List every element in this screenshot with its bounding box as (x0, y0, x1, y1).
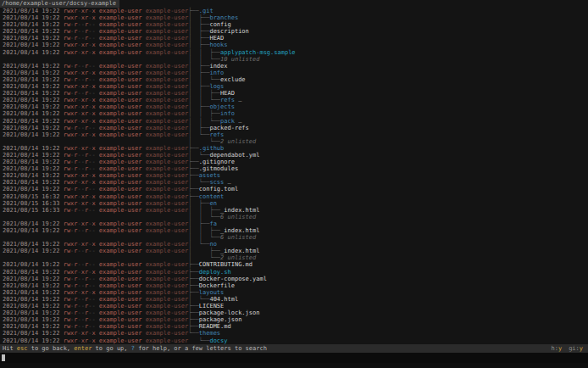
tree-row[interactable]: 2021/08/14 19:22 rwxr-xr-x example-user … (0, 110, 588, 117)
tree-row[interactable]: 2021/08/14 19:22 rwxr-xr-x example-user … (0, 83, 588, 90)
entry-meta: 2021/08/14 19:22 rw-r--r-- example-user … (3, 21, 188, 28)
entry-meta: 2021/08/14 19:22 rwxr-xr-x example-user … (3, 118, 188, 125)
tree-row[interactable]: 2021/08/14 19:22 rwxr-xr-x example-user … (0, 42, 588, 48)
tree-row[interactable]: │ │ └──6 unlisted (0, 234, 588, 241)
tree-row[interactable]: 2021/08/14 19:22 rwxr-xr-x example-user … (0, 103, 588, 110)
tree-row[interactable]: 2021/08/14 19:22 rw-r--r-- example-user … (0, 165, 588, 172)
tree-row[interactable]: 2021/08/14 19:22 rw-r--r-- example-user … (0, 309, 588, 316)
tree-row[interactable]: 2021/08/14 19:22 rw-r--r-- example-user … (0, 35, 588, 42)
entry-name: 2 unlisted (220, 138, 256, 145)
tree-row[interactable]: 2021/08/14 19:22 rw-r--r-- example-user … (0, 316, 588, 323)
tree-row[interactable]: 2021/08/14 19:22 rw-r--r-- example-user … (0, 159, 588, 165)
entry-group: example-user (141, 97, 188, 103)
entry-owner: example-user (96, 296, 142, 303)
search-input[interactable] (0, 353, 588, 363)
tree-row[interactable]: │ │ └──10 unlisted (0, 56, 588, 63)
tree-row[interactable]: 2021/08/14 19:22 rwxr-xr-x example-user … (0, 49, 588, 56)
entry-perms: rwxr-xr-x (64, 42, 96, 48)
tree-row[interactable]: 2021/08/14 19:22 rw-r--r-- example-user … (0, 152, 588, 159)
tree-row[interactable]: 2021/08/14 19:22 rw-r--r-- example-user … (0, 248, 588, 254)
entry-meta: 2021/08/14 19:22 rw-r--r-- example-user … (3, 159, 188, 165)
tree-branch-lines: ├── (188, 186, 199, 192)
tree-row[interactable]: 2021/08/14 19:22 rwxr-xr-x example-user … (0, 118, 588, 125)
entry-owner: example-user (96, 186, 142, 192)
tree-row[interactable]: 2021/08/14 19:22 rw-r--r-- example-user … (0, 261, 588, 268)
tree-branch-lines: ├── (188, 282, 199, 289)
mode-flag[interactable]: gi:y (569, 345, 583, 352)
entry-meta: 2021/08/15 16:33 rw-r--r-- example-user … (3, 207, 188, 214)
tree-row[interactable]: 2021/08/14 19:22 rw-r--r-- example-user … (0, 63, 588, 70)
entry-meta: 2021/08/14 19:22 rwxr-xr-x example-user … (3, 220, 188, 227)
tree-row[interactable]: 2021/08/14 19:22 rw-r--r-- example-user … (0, 276, 588, 282)
tree-row[interactable]: 2021/08/14 19:22 rw-r--r-- example-user … (0, 76, 588, 83)
tree-row[interactable]: 2021/08/14 19:22 rw-r--r-- example-user … (0, 21, 588, 28)
tree-row[interactable]: 2021/08/15 16:33 rwxr-xr-x example-user … (0, 200, 588, 207)
tree-branch-lines: │ ├── (188, 42, 209, 48)
mode-flag[interactable]: h:y (551, 345, 562, 352)
tree-row[interactable]: 2021/08/14 19:22 rwxr-xr-x example-user … (0, 269, 588, 276)
tree-branch-lines: │ │ ├── (188, 90, 220, 97)
tree-row[interactable]: 2021/08/14 19:22 rwxr-xr-x example-user … (0, 220, 588, 227)
tree-branch-lines: ├── (188, 159, 199, 165)
current-path[interactable]: /home/example-user/docsy-example (0, 0, 119, 8)
entry-owner: example-user (96, 152, 142, 159)
tree-branch-lines: ├── (188, 193, 199, 200)
tree-row[interactable]: 2021/08/14 19:22 rwxr-xr-x example-user … (0, 330, 588, 337)
tree-row[interactable]: 2021/08/14 19:22 rwxr-xr-x example-user … (0, 172, 588, 179)
entry-date: 2021/08/14 19:22 (3, 125, 64, 131)
entry-meta: 2021/08/14 19:22 rw-r--r-- example-user … (3, 152, 188, 159)
entry-group: example-user (141, 193, 188, 200)
entry-name: refs (209, 131, 224, 138)
tree-row[interactable]: 2021/08/14 19:22 rw-r--r-- example-user … (0, 296, 588, 303)
entry-group: example-user (141, 241, 188, 248)
entry-perms: rw-r--r-- (64, 227, 96, 234)
entry-perms: rw-r--r-- (64, 63, 96, 70)
tree-row[interactable]: 2021/08/14 19:22 rw-r--r-- example-user … (0, 186, 588, 192)
entry-name: 6 unlisted (220, 214, 256, 220)
entry-date: 2021/08/14 19:22 (3, 316, 64, 323)
tree-row[interactable]: 2021/08/15 16:32 rwxr-xr-x example-user … (0, 193, 588, 200)
tree-row[interactable]: 2021/08/14 19:22 rwxr-xr-x example-user … (0, 289, 588, 296)
tree-row[interactable]: │ └──2 unlisted (0, 254, 588, 261)
tree-row[interactable]: 2021/08/14 19:22 rw-r--r-- example-user … (0, 125, 588, 131)
tree-row[interactable]: 2021/08/14 19:22 rwxr-xr-x example-user … (0, 70, 588, 76)
tree-row[interactable]: │ │ └──6 unlisted (0, 214, 588, 220)
entry-meta: 2021/08/14 19:22 rw-r--r-- example-user … (3, 63, 188, 70)
entry-group: example-user (141, 8, 188, 14)
entry-date: 2021/08/14 19:22 (3, 118, 64, 125)
entry-perms: rwxr-xr-x (64, 97, 96, 103)
tree-row[interactable]: 2021/08/14 19:22 rwxr-xr-x example-user … (0, 145, 588, 152)
tree-row[interactable]: 2021/08/14 19:22 rw-r--r-- example-user … (0, 90, 588, 97)
tree-branch-lines: │ ├── (188, 63, 209, 70)
entry-group: example-user (141, 261, 188, 268)
entry-owner: example-user (96, 21, 142, 28)
tree-row[interactable]: 2021/08/14 19:22 rw-r--r-- example-user … (0, 282, 588, 289)
entry-owner: example-user (96, 309, 142, 316)
entry-owner: example-user (96, 220, 142, 227)
tree-row[interactable]: 2021/08/14 19:22 rwxr-xr-x example-user … (0, 131, 588, 138)
entry-date: 2021/08/14 19:22 (3, 179, 64, 186)
entry-owner: example-user (96, 110, 142, 117)
tree-row[interactable]: 2021/08/14 19:22 rw-r--r-- example-user … (0, 28, 588, 35)
entry-name: 10 unlisted (220, 56, 259, 63)
tree-row[interactable]: 2021/08/14 19:22 rwxr-xr-x example-user … (0, 14, 588, 21)
tree-row[interactable]: 2021/08/14 19:22 rwxr-xr-x example-user … (0, 179, 588, 186)
tree-row[interactable]: 2021/08/14 19:22 rwxr-xr-x example-user … (0, 337, 588, 344)
entry-owner: example-user (96, 145, 142, 152)
tree-row[interactable]: 2021/08/14 19:22 rw-r--r-- example-user … (0, 303, 588, 309)
entry-date: 2021/08/14 19:22 (3, 90, 64, 97)
tree-row[interactable]: 2021/08/14 19:22 rwxr-xr-x example-user … (0, 97, 588, 103)
tree-row[interactable]: 2021/08/14 19:22 rw-r--r-- example-user … (0, 227, 588, 234)
tree-row[interactable]: 2021/08/14 19:22 rwxr-xr-x example-user … (0, 241, 588, 248)
tree-branch-lines: │ │ ├── (188, 110, 220, 117)
entry-date: 2021/08/15 16:33 (3, 200, 64, 207)
tree-row[interactable]: 2021/08/14 19:22 rwxr-xr-x example-user … (0, 8, 588, 14)
entry-date: 2021/08/14 19:22 (3, 337, 64, 344)
tree-branch-lines: │ │ ├── (188, 227, 220, 234)
tree-row[interactable]: │ └──2 unlisted (0, 138, 588, 145)
tree-row[interactable]: 2021/08/14 19:22 rw-r--r-- example-user … (0, 323, 588, 330)
truncation-ellipsis: … (235, 118, 241, 125)
entry-perms: rwxr-xr-x (64, 110, 96, 117)
tree-branch-lines: │ ├── (188, 14, 209, 21)
tree-row[interactable]: 2021/08/15 16:33 rw-r--r-- example-user … (0, 207, 588, 214)
